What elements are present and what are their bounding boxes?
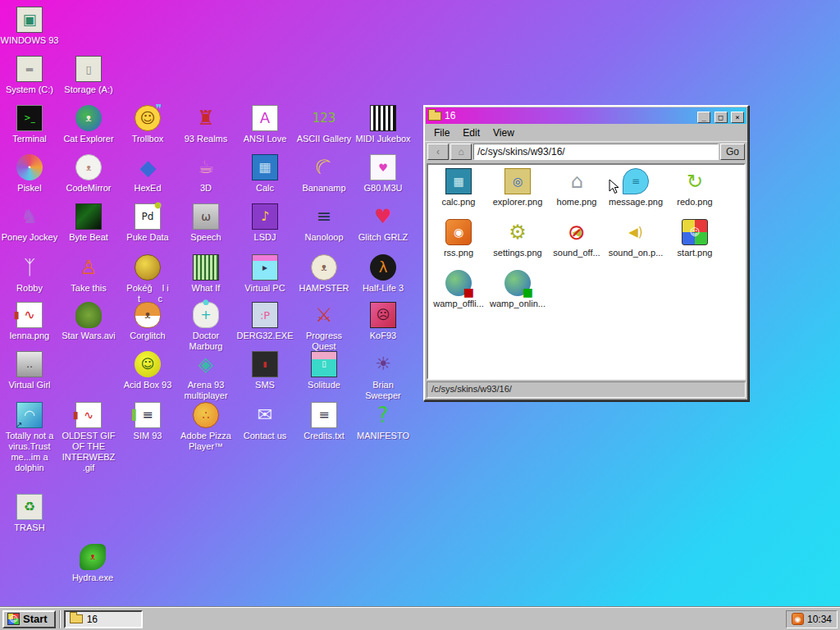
- desktop-icon-trash[interactable]: ♻TRASH: [0, 494, 59, 533]
- desktop-icon-what-if[interactable]: What If: [176, 254, 235, 294]
- file-icon-home-png[interactable]: ⌂home.png: [547, 168, 606, 219]
- desktop-icon-hydra-exe[interactable]: ᴥHydra.exe: [63, 544, 122, 583]
- minimize-button[interactable]: _: [697, 112, 710, 123]
- desktop-icon-windows93[interactable]: ▣WINDOWS 93: [0, 7, 59, 46]
- desktop-icon-lenna-png[interactable]: ∿▮lenna.png: [0, 302, 59, 341]
- desktop-icon-cat-explorer[interactable]: ᴥCat Explorer: [59, 105, 118, 144]
- file-icon-sound-on-png[interactable]: ◀)sound_on.p...: [606, 219, 665, 270]
- file-icon-settings-png[interactable]: ⚙settings.png: [488, 219, 547, 270]
- desktop-icon-not-a-virus[interactable]: ◠↗Totally not a virus.Trust me...im a do…: [0, 402, 59, 473]
- desktop-icon-sim-93[interactable]: ≡▌SIM 93: [118, 402, 177, 441]
- menu-view[interactable]: View: [487, 126, 520, 139]
- desktop-icon-hexed[interactable]: ◆HexEd: [118, 154, 177, 194]
- desktop-icon-sms[interactable]: ▮SMS: [235, 351, 294, 390]
- go-button[interactable]: Go: [720, 144, 745, 160]
- file-icon-explorer-png[interactable]: ◎explorer.png: [488, 168, 547, 219]
- bananamp-icon: ☾: [311, 154, 337, 180]
- desktop-icon-3d[interactable]: ☕3D: [176, 154, 235, 194]
- desktop-icon-credits-txt[interactable]: ≡Credits.txt: [294, 402, 354, 441]
- back-button[interactable]: ‹: [427, 144, 449, 160]
- desktop-icon-g80-m3u[interactable]: ♥G80.M3U: [354, 154, 413, 194]
- address-input[interactable]: [473, 144, 719, 160]
- file-icon-redo-png[interactable]: ↻redo.png: [665, 168, 724, 219]
- contact-us-label: Contact us: [235, 431, 294, 441]
- desktop-icon-half-life-3[interactable]: λHalf-Life 3: [354, 254, 413, 294]
- desktop-icon-midi-jukebox[interactable]: MIDI Jukebox: [354, 105, 413, 144]
- desktop-icon-speech[interactable]: ωSpeech: [176, 203, 235, 243]
- desktop-icon-robby[interactable]: ᛉRobby: [0, 254, 59, 294]
- desktop-icon-corglitch[interactable]: ᴥCorglitch: [118, 302, 177, 341]
- rss-png-icon: ◉: [445, 219, 472, 245]
- desktop-icon-glitch-grlz[interactable]: ♥Glitch GRLZ: [354, 203, 413, 243]
- settings-png-label: settings.png: [488, 248, 547, 258]
- desktop-icon-virtual-girl[interactable]: ‥Virtual Girl: [0, 351, 59, 390]
- desktop-icon-ascii-gallery[interactable]: 123ASCII Gallery: [294, 105, 354, 144]
- desktop-icon-solitude[interactable]: ▯Solitude: [294, 351, 354, 390]
- windows93-logo-icon: ☺: [7, 613, 20, 625]
- file-icon-calc-png[interactable]: ▦calc.png: [429, 168, 488, 219]
- desktop-icon-byte-beat[interactable]: Byte Beat: [59, 203, 118, 243]
- desktop-icon-derg32[interactable]: :PDERG32.EXE: [235, 302, 294, 341]
- 3d-label: 3D: [176, 183, 235, 194]
- desktop-icon-poney-jockey[interactable]: ♞Poney Jockey: [0, 203, 59, 243]
- desktop-icon-calc[interactable]: ▦Calc: [235, 154, 294, 194]
- acid-box-93-icon: ☺: [135, 351, 161, 377]
- desktop-icon-take-this[interactable]: ♙Take this: [59, 254, 118, 294]
- file-icon-wamp-offline-png[interactable]: ■wamp_offli...: [429, 270, 488, 321]
- taskbar: ☺ Start 16 ◉ 10:34: [0, 607, 840, 630]
- desktop-icon-93-realms[interactable]: ♜93 Realms: [176, 105, 235, 144]
- file-icon-wamp-online-png[interactable]: ■wamp_onlin...: [488, 270, 547, 321]
- desktop-icon-star-wars-avi[interactable]: Star Wars.avi: [59, 302, 118, 341]
- desktop-icon-arena-93[interactable]: ◈Arena 93 multiplayer: [176, 351, 235, 401]
- desktop-icon-codemirror[interactable]: ᴥCodeMirror: [59, 154, 118, 194]
- desktop-icon-trollbox[interactable]: ☺❞Trollbox: [118, 105, 177, 144]
- desktop-icon-oldest-gif[interactable]: ∿▮OLDEST GIF OF THE INTERWEBZ .gif: [59, 402, 118, 473]
- desktop-icon-doctor-marburg[interactable]: +●Doctor Marburg: [176, 302, 235, 352]
- start-button[interactable]: ☺ Start: [2, 610, 56, 628]
- task-label: 16: [87, 614, 98, 625]
- manifesto-icon: ?: [370, 402, 396, 428]
- menu-file[interactable]: File: [428, 126, 455, 139]
- desktop-icon-puke-data[interactable]: Pd●Puke Data: [118, 203, 177, 243]
- maximize-button[interactable]: □: [714, 112, 728, 123]
- file-icon-sound-off-png[interactable]: ◀⊘sound_off...: [547, 219, 606, 270]
- file-icon-rss-png[interactable]: ◉rss.png: [429, 219, 488, 270]
- desktop-icon-virtual-pc[interactable]: ▸Virtual PC: [235, 254, 294, 294]
- menu-edit[interactable]: Edit: [457, 126, 486, 139]
- window-title: 16: [445, 110, 694, 121]
- desktop-icon-lsdj[interactable]: ♪LSDJ: [235, 203, 294, 243]
- desktop-icon-acid-box-93[interactable]: ☺Acid Box 93: [118, 351, 177, 390]
- lsdj-icon: ♪: [252, 203, 278, 230]
- window-titlebar[interactable]: 16 _ □ ×: [426, 107, 746, 124]
- take-this-icon: ♙: [75, 254, 102, 281]
- wamp-online-png-label: wamp_onlin...: [488, 299, 547, 308]
- desktop-icon-bananamp[interactable]: ☾Bananamp: [294, 154, 354, 194]
- speech-label: Speech: [176, 232, 235, 243]
- desktop-icon-terminal[interactable]: >_Terminal: [0, 105, 59, 144]
- desktop-icon-progress-quest[interactable]: ⚔Progress Quest: [294, 302, 354, 352]
- taskbar-divider: [59, 610, 61, 628]
- desktop-icon-contact-us[interactable]: ✉Contact us: [235, 402, 294, 441]
- contact-us-icon: ✉: [252, 402, 278, 428]
- desktop-icon-hampster[interactable]: ᴥHAMPSTER: [294, 254, 354, 294]
- desktop-icon-adobe-pizza[interactable]: ∴Adobe Pizza Player™: [176, 402, 235, 452]
- rss-tray-icon[interactable]: ◉: [792, 613, 804, 625]
- home-button[interactable]: ⌂: [450, 144, 472, 160]
- desktop-icon-brian-sweeper[interactable]: ☀Brian Sweeper: [354, 351, 413, 401]
- credits-txt-icon: ≡: [311, 402, 337, 428]
- trollbox-label: Trollbox: [118, 134, 177, 144]
- oldest-gif-label: OLDEST GIF OF THE INTERWEBZ .gif: [59, 431, 118, 473]
- file-icon-start-png[interactable]: ☺start.png: [665, 219, 724, 270]
- sim-93-icon: ≡▌: [135, 402, 161, 428]
- desktop-icon-nanoloop[interactable]: ≡Nanoloop: [294, 203, 354, 243]
- desktop-icon-manifesto[interactable]: ?MANIFESTO: [354, 402, 413, 441]
- desktop-icon-system-c[interactable]: ▬System (C:): [0, 56, 59, 95]
- desktop-icon-piskel[interactable]: •Piskel: [0, 154, 59, 194]
- desktop-icon-kof93[interactable]: ☹KoF93: [354, 302, 413, 341]
- sound-on-png-label: sound_on.p...: [606, 248, 665, 258]
- taskbar-task-16[interactable]: 16: [64, 610, 143, 628]
- desktop-icon-storage-a[interactable]: ▯Storage (A:): [59, 56, 118, 95]
- hexed-label: HexEd: [118, 183, 177, 194]
- close-button[interactable]: ×: [731, 112, 744, 123]
- desktop-icon-ansi-love[interactable]: AANSI Love: [235, 105, 294, 144]
